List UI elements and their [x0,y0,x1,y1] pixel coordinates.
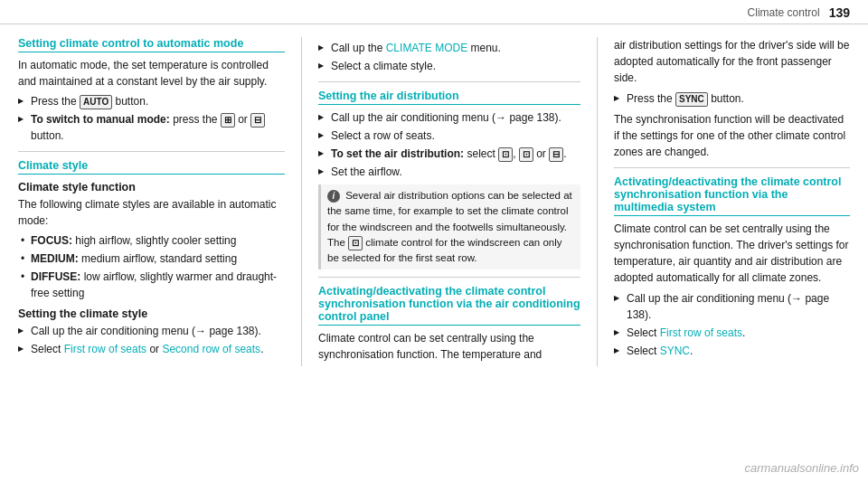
divider4 [614,167,850,168]
heading-activating-multimedia: Activating/deactivating the climate cont… [614,175,850,216]
right-column: air distribution settings for the driver… [614,37,850,366]
list-item-diffuse: DIFFUSE: low airflow, slightly warmer an… [18,269,285,301]
climate-mode-list: Call up the CLIMATE MODE menu. Select a … [318,40,580,74]
focus-label: FOCUS: [31,234,72,247]
list-item: Press the AUTO button. [18,93,285,109]
list-item: Call up the CLIMATE MODE menu. [318,40,580,56]
list-item: Call up the air conditioning menu (→ pag… [614,290,850,323]
watermark: carmanualsonline.info [745,461,859,475]
multimedia-body: Climate control can be set centrally usi… [614,221,850,286]
right-top-list: Press the SYNC button. [614,90,850,107]
list-item: To switch to manual mode: press the ⊞ or… [18,111,285,144]
manual-key1: ⊞ [221,113,235,128]
section-auto-mode: Setting climate control to automatic mod… [18,37,285,144]
section-climate-mode-items: Call up the CLIMATE MODE menu. Select a … [318,40,580,74]
list-item: Select First row of seats or Second row … [18,341,285,357]
multimedia-list: Call up the air conditioning menu (→ pag… [614,290,850,359]
list-item: Select First row of seats. [614,325,850,341]
manual-key2: ⊟ [250,113,265,128]
heading-auto-mode: Setting climate control to automatic mod… [18,37,285,52]
right-top-body2: The synchronisation function will be dea… [614,111,850,160]
list-item: Select a row of seats. [318,128,580,144]
diffuse-label: DIFFUSE: [31,270,80,283]
climate-mode-link[interactable]: CLIMATE MODE [386,42,467,54]
info-icon: i [327,190,340,203]
auto-mode-body: In automatic mode, the set temperature i… [18,57,285,90]
list-item: Set the airflow. [318,164,580,180]
subheading-climate-style-function: Climate style function [18,181,285,194]
header-title: Climate control [748,6,820,19]
first-row-link[interactable]: First row of seats [64,343,146,355]
divider2 [318,81,580,82]
col-divider-2 [597,37,598,366]
climate-style-steps: Call up the air conditioning menu (→ pag… [18,323,285,357]
content-area: Setting climate control to automatic mod… [0,24,868,379]
activating-panel-body: Climate control can be set centrally usi… [318,330,580,363]
heading-activating-panel: Activating/deactivating the climate cont… [318,285,580,326]
heading-air-distribution: Setting the air distribution [318,90,580,105]
windscreen-icon: ⊡ [348,236,363,250]
list-item: Call up the air conditioning menu (→ pag… [18,323,285,339]
divider1 [18,151,285,152]
list-item-medium: MEDIUM: medium airflow, standard setting [18,250,285,267]
medium-label: MEDIUM: [31,252,79,265]
left-column: Setting climate control to automatic mod… [18,37,285,366]
dist-icon3: ⊟ [549,147,563,162]
section-air-distribution: Setting the air distribution Call up the… [318,90,580,269]
right-top-body: air distribution settings for the driver… [614,37,850,86]
col-divider-1 [301,37,302,366]
section-activating-multimedia: Activating/deactivating the climate cont… [614,175,850,359]
list-item: Select a climate style. [318,58,580,74]
dist-icon2: ⊡ [519,147,533,162]
middle-column: Call up the CLIMATE MODE menu. Select a … [318,37,580,366]
header-page-number: 139 [829,5,850,20]
first-row-link2[interactable]: First row of seats [660,326,742,339]
sync-link[interactable]: SYNC [660,345,690,357]
subheading-setting-climate-style: Setting the climate style [18,307,285,320]
heading-climate-style: Climate style [18,159,285,175]
info-block-distribution: i Several air distribution options can b… [318,184,580,269]
section-right-top: air distribution settings for the driver… [614,37,850,160]
sync-badge: SYNC [675,92,708,107]
section-activating-panel: Activating/deactivating the climate cont… [318,285,580,363]
second-row-link[interactable]: Second row of seats [162,343,260,355]
dist-icon1: ⊡ [498,147,513,162]
manual-mode-label: To switch to manual mode: [31,113,170,126]
auto-key-badge: AUTO [80,95,112,109]
climate-style-list: FOCUS: high airflow, slightly cooler set… [18,232,285,301]
page-container: Climate control 139 Setting climate cont… [0,0,868,482]
list-item: To set the air distribution: select ⊡, ⊡… [318,146,580,162]
climate-style-body: The following climate styles are availab… [18,196,285,229]
divider3 [318,277,580,278]
list-item: Press the SYNC button. [614,90,850,107]
list-item: Call up the air conditioning menu (→ pag… [318,109,580,126]
air-distribution-list: Call up the air conditioning menu (→ pag… [318,109,580,180]
auto-mode-list: Press the AUTO button. To switch to manu… [18,93,285,144]
set-air-label: To set the air distribution: [331,147,464,160]
list-item-focus: FOCUS: high airflow, slightly cooler set… [18,232,285,249]
header-bar: Climate control 139 [0,0,868,24]
section-climate-style: Climate style Climate style function The… [18,159,285,357]
list-item: Select SYNC. [614,343,850,359]
